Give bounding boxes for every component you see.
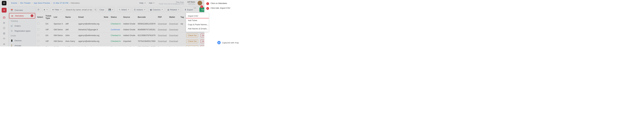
actions-button[interactable]: ☰Actions▼ xyxy=(132,7,147,12)
cell-tag: vip xyxy=(179,21,185,27)
toolbar: ★▼ ▼Filter▼ Clear 💾▼ ↖Select▼ ☰Actions▼ … xyxy=(36,7,204,12)
topbar-add-menu[interactable]: Add▼ xyxy=(148,1,156,5)
instruction-panel: 1 Click on Attendees 2 Click Add, Import… xyxy=(204,0,241,46)
app-rail: ? xyxy=(0,0,8,46)
col-status[interactable]: Status xyxy=(110,13,122,21)
dropdown-add-names[interactable]: Add Names & Emails... xyxy=(186,27,209,31)
wallet-download-link[interactable]: Download xyxy=(169,28,178,31)
pdf-download-link[interactable]: Download xyxy=(158,40,167,42)
cell-ticket-type: VIP xyxy=(44,27,52,32)
timezone-value: Pacific Time (US & Canada) (en-US) xyxy=(159,3,184,5)
svg-rect-1 xyxy=(3,17,5,18)
rail-people-icon[interactable] xyxy=(1,20,7,25)
breadcrumb-app[interactable]: App Store Preview xyxy=(34,2,50,4)
cell-name: John xyxy=(64,32,77,38)
sidebar-item-orders[interactable]: 🛒 Orders xyxy=(8,23,36,28)
svg-point-3 xyxy=(4,22,5,23)
col-email[interactable]: Email xyxy=(77,13,103,21)
cell-note xyxy=(103,32,110,38)
search-input[interactable] xyxy=(64,7,93,12)
col-pdf[interactable]: PDF xyxy=(157,13,168,21)
col-wallet[interactable]: Wallet xyxy=(168,13,179,21)
instruction-2: 2 Click Add, Import CSV xyxy=(206,7,239,10)
sidebar-item-arrivals[interactable]: 🚶 Arrivals xyxy=(8,43,36,46)
instruction-text: Click Add, Import CSV xyxy=(210,7,230,9)
rail-globe-icon[interactable] xyxy=(1,31,7,36)
checkout-button[interactable]: Check Out xyxy=(186,45,198,46)
pdf-download-link[interactable]: Download xyxy=(158,46,167,46)
sidebar-item-attendees[interactable]: 🎟 Attendees 1 xyxy=(9,13,35,18)
cell-note xyxy=(103,44,110,47)
pdf-download-link[interactable]: Download xyxy=(158,34,167,36)
sidebar-item-devices[interactable]: 📱 Devices xyxy=(8,38,36,43)
rail-help-icon[interactable]: ? xyxy=(1,26,7,30)
cell-note xyxy=(103,27,110,32)
row-checkbox[interactable] xyxy=(37,28,39,30)
cell-tag xyxy=(179,32,185,38)
export-button[interactable]: ⬇ Export 115 xyxy=(183,7,198,12)
row-checkbox[interactable] xyxy=(37,34,39,36)
sidebar-item-overview[interactable]: 📅 Overview xyxy=(8,8,36,13)
phone-icon: 📱 xyxy=(10,39,13,42)
breadcrumb-date[interactable]: 21 Mar 07:00 PM xyxy=(53,2,68,4)
breadcrumb-current: Attendees xyxy=(71,2,80,4)
cell-tag xyxy=(179,38,185,44)
filter-button[interactable]: ▼Filter▼ xyxy=(50,7,63,12)
dropdown-import-csv[interactable]: Import CSV xyxy=(186,14,209,18)
wallet-download-link[interactable]: Download xyxy=(169,34,178,36)
row-checkbox[interactable] xyxy=(37,46,39,46)
export-count: 115 xyxy=(194,7,196,9)
avatar[interactable] xyxy=(198,1,202,5)
instruction-text: Click on Attendees xyxy=(210,2,227,4)
clear-button[interactable]: Clear xyxy=(98,7,106,12)
table-row: VIPGM DemoAlvis Garryagarryn@wikimedia.o… xyxy=(36,38,228,44)
breadcrumb-events[interactable]: Events xyxy=(11,2,17,4)
cell-source: Added Onsite xyxy=(122,27,136,32)
timezone-block[interactable]: Time Zone Pacific Time (US & Canada) (en… xyxy=(159,1,184,5)
col-note[interactable]: Note xyxy=(103,13,110,21)
refresh-button[interactable] xyxy=(36,7,41,12)
rail-calendar-icon[interactable] xyxy=(1,15,7,20)
col-name[interactable]: Name xyxy=(64,13,77,21)
sidebar-item-label: Arrivals xyxy=(14,44,21,46)
col-tag[interactable]: Tag xyxy=(179,13,185,21)
pdf-download-link[interactable]: Download xyxy=(158,23,167,25)
create-button[interactable] xyxy=(2,8,6,12)
cell-ticket-type: GA xyxy=(44,21,52,27)
row-checkbox[interactable] xyxy=(37,40,39,42)
wallet-download-link[interactable]: Download xyxy=(169,23,178,25)
breadcrumb-rio[interactable]: Rio Theater xyxy=(20,2,30,4)
app-logo[interactable] xyxy=(2,1,6,5)
rail-menu-icon[interactable] xyxy=(1,42,7,46)
help-menu[interactable]: Help▼ xyxy=(138,1,147,5)
svg-point-0 xyxy=(3,2,5,4)
col-source[interactable]: Source xyxy=(122,13,136,21)
favorite-button[interactable]: ★▼ xyxy=(42,7,49,12)
captured-badge: Captured with Xnip xyxy=(217,41,239,44)
dropdown-add-ticket[interactable]: Add Ticket xyxy=(186,18,209,22)
checkout-button[interactable]: Check Out xyxy=(186,39,198,43)
sidebar-item-label: Orders xyxy=(14,25,21,27)
col-barcode[interactable]: Barcode xyxy=(136,13,157,21)
row-checkbox[interactable] xyxy=(37,22,39,25)
svg-point-8 xyxy=(218,42,219,42)
search-button[interactable] xyxy=(94,7,96,12)
wallet-download-link[interactable]: Download xyxy=(169,40,178,42)
rail-store-icon[interactable] xyxy=(1,36,7,41)
user-block[interactable]: Jeff Blake GM Demo xyxy=(187,1,195,5)
save-search-button[interactable]: 💾▼ xyxy=(107,7,115,12)
topbar: Events/ Rio Theater/ App Store Preview/ … xyxy=(8,0,204,6)
columns-button[interactable]: ▦Columns▼ xyxy=(148,7,164,12)
dropdown-copy-paste[interactable]: Copy & Paste Names... xyxy=(186,22,209,27)
related-button[interactable]: ▧Related▼ xyxy=(166,7,181,12)
select-button[interactable]: ↖Select▼ xyxy=(117,7,131,12)
col-select[interactable]: Select xyxy=(36,13,44,21)
wallet-download-link[interactable]: Download xyxy=(169,46,178,46)
col-list[interactable]: List xyxy=(52,13,64,21)
cell-barcode: 3534250052145855 xyxy=(136,44,157,47)
checkout-button[interactable]: Check Out xyxy=(186,34,198,37)
sidebar-item-label: Attendees xyxy=(15,15,24,17)
pdf-download-link[interactable]: Download xyxy=(158,28,167,31)
sidebar-item-registration-types[interactable]: ☰ Registration types xyxy=(8,28,36,33)
col-ticket-type[interactable]: Ticket Type xyxy=(44,13,52,21)
